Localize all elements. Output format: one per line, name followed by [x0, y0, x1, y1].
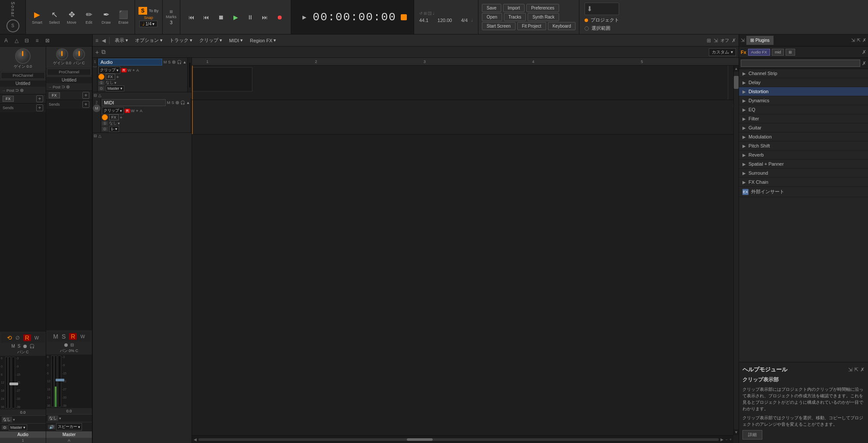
- open-btn[interactable]: Open: [482, 13, 502, 21]
- fx-close-btn[interactable]: ✗: [862, 49, 866, 55]
- w-track-2[interactable]: W: [131, 109, 135, 113]
- inst-dropdown-arrow-2[interactable]: ▾: [118, 121, 120, 126]
- w-btn-2[interactable]: W: [80, 334, 85, 339]
- fx-cat-dynamics[interactable]: ▶ Dynamics: [739, 96, 868, 105]
- scrollbar-thumb-v[interactable]: [734, 76, 739, 89]
- scrollbar-up-btn[interactable]: ▲: [734, 66, 739, 72]
- fx-cat-chain[interactable]: ▶ FX Chain: [739, 178, 868, 187]
- scrollbar-down-btn[interactable]: ▼: [734, 429, 739, 435]
- tracks-btn[interactable]: Tracks: [504, 13, 526, 21]
- a-track-2[interactable]: A: [140, 109, 142, 113]
- draw-tool-btn[interactable]: ✒ Draw: [98, 9, 114, 25]
- plus-track-1[interactable]: +: [116, 74, 119, 79]
- custom-select[interactable]: カスタム ▾: [709, 48, 736, 56]
- add-send-btn-1[interactable]: +: [36, 104, 43, 111]
- mixer-icon-3[interactable]: ⊟: [22, 36, 31, 45]
- move-tool-btn[interactable]: ✥ Move: [64, 9, 79, 25]
- grid-view-btn[interactable]: ⊞: [786, 49, 795, 56]
- gain-knob-2[interactable]: [56, 48, 68, 60]
- r-track-btn-1[interactable]: R: [121, 68, 127, 72]
- help-close-icon[interactable]: ✗: [860, 367, 865, 373]
- st-grid-icon[interactable]: ⊞: [707, 38, 711, 44]
- r-track-btn-2[interactable]: R: [125, 109, 130, 113]
- synth-rack-btn[interactable]: Synth Rack: [528, 13, 559, 21]
- start-screen-btn[interactable]: Start Screen: [482, 22, 516, 30]
- track-s-1[interactable]: S: [168, 60, 171, 64]
- fx-search-input[interactable]: [741, 60, 860, 67]
- s-label-1[interactable]: S: [18, 344, 21, 349]
- prochannel-btn-2[interactable]: ProChannel: [47, 69, 91, 75]
- fx-btn-1[interactable]: FX: [3, 96, 14, 102]
- help-detail-btn[interactable]: 詳細: [742, 430, 762, 440]
- w-track-1[interactable]: W: [128, 68, 132, 72]
- rp-expand-btn[interactable]: ⇲: [851, 38, 855, 43]
- record-btn[interactable]: ⏺: [274, 11, 286, 23]
- options-menu[interactable]: オプション ▾: [133, 36, 164, 44]
- clip-menu[interactable]: クリップ ▾: [198, 36, 224, 44]
- snap-value[interactable]: ♩ 1/4 ▾: [139, 21, 157, 27]
- w-btn-1[interactable]: W: [35, 335, 39, 340]
- mixer-icon-2[interactable]: △: [12, 36, 21, 45]
- region-fx-menu[interactable]: Region FX ▾: [248, 37, 278, 44]
- pause-btn[interactable]: ⏸: [244, 11, 256, 23]
- fader-handle-2[interactable]: [56, 379, 64, 381]
- mixer-icon-4[interactable]: ≡: [33, 36, 41, 45]
- st-close-icon[interactable]: ✗: [732, 38, 736, 44]
- expand-icon-2[interactable]: ⊟: [94, 134, 97, 138]
- fx-track-btn-1[interactable]: FX: [106, 74, 115, 80]
- help-expand-icon[interactable]: ⇲: [848, 367, 852, 373]
- a-track-1[interactable]: A: [136, 68, 139, 72]
- m-label-1[interactable]: M: [11, 344, 15, 349]
- st-hamburger-icon[interactable]: ≡: [95, 38, 98, 44]
- expand-arrow-1[interactable]: △: [98, 93, 101, 97]
- out-dropdown-2[interactable]: 1- ▾: [109, 126, 119, 132]
- prochannel-btn-1[interactable]: ProChannel: [1, 72, 45, 79]
- fx-cat-delay[interactable]: ▶ Delay: [739, 78, 868, 87]
- fx-search-clear-btn[interactable]: ✗: [862, 60, 866, 66]
- fx-cat-channel-strip[interactable]: ▶ Channel Strip: [739, 69, 868, 78]
- track-headphone-2[interactable]: 🎧: [180, 101, 185, 105]
- fx-cat-external[interactable]: EX 外部インサート: [739, 187, 868, 197]
- download-icon[interactable]: ⬇: [587, 5, 617, 13]
- m-btn-2[interactable]: M: [53, 333, 58, 340]
- fx-cat-guitar[interactable]: ▶ Guitar: [739, 123, 868, 132]
- track-menu[interactable]: トラック ▾: [168, 36, 194, 44]
- keyboard-btn[interactable]: Keyboard: [548, 22, 576, 30]
- arr-midi-row[interactable]: 108 84 60: [192, 100, 739, 135]
- on-btn-2[interactable]: [102, 114, 108, 120]
- add-fx-btn-1[interactable]: +: [36, 95, 43, 102]
- scrollbar-track-v[interactable]: [734, 72, 739, 429]
- fx-cat-eq[interactable]: ▶ EQ: [739, 105, 868, 114]
- h-scroll-track[interactable]: [198, 438, 719, 441]
- fit-project-btn[interactable]: Fit Project: [517, 22, 546, 30]
- mixer-icon-5[interactable]: ⊠: [43, 36, 52, 45]
- st-expand-icon[interactable]: ⇲: [714, 38, 718, 44]
- zoom-minus-btn[interactable]: −: [725, 437, 727, 442]
- fx-cat-surround[interactable]: ▶ Surround: [739, 169, 868, 178]
- plugins-tab[interactable]: ⊞ Plugins: [746, 36, 774, 45]
- fx-cat-modulation[interactable]: ▶ Modulation: [739, 132, 868, 141]
- track-name-input-2[interactable]: [102, 99, 166, 106]
- fx-track-btn-2[interactable]: FX: [109, 114, 119, 120]
- fx-cat-distortion[interactable]: ▶ Distortion: [739, 87, 868, 96]
- on-btn-1[interactable]: [98, 74, 104, 80]
- rewind-btn[interactable]: ⏮: [186, 11, 198, 23]
- rp-close-btn[interactable]: ✗: [862, 38, 866, 43]
- fx-btn-2[interactable]: FX: [49, 92, 60, 98]
- clip-dropdown-2[interactable]: クリップ ▾: [102, 107, 124, 114]
- stop-btn[interactable]: ⏹: [215, 11, 227, 23]
- loop-btn-1[interactable]: ⟲: [7, 334, 12, 341]
- arrangement-rest[interactable]: [192, 135, 739, 443]
- zoom-plus-btn[interactable]: +: [730, 437, 732, 442]
- save-btn[interactable]: Save: [482, 4, 501, 12]
- view-menu[interactable]: 表示 ▾: [113, 36, 130, 44]
- audio-fx-btn[interactable]: Audio FX: [748, 49, 770, 56]
- plus-track-2[interactable]: +: [120, 115, 123, 120]
- fx-cat-spatial[interactable]: ▶ Spatial + Panner: [739, 160, 868, 169]
- fx-cat-reverb[interactable]: ▶ Reverb: [739, 151, 868, 160]
- pan-knob-2[interactable]: [73, 48, 85, 60]
- select-tool-btn[interactable]: ↖ Select: [47, 9, 62, 25]
- copy-track-btn[interactable]: ⧉: [101, 48, 106, 56]
- s-btn-2[interactable]: S: [62, 333, 66, 340]
- timecode-play-btn[interactable]: ▶: [298, 11, 310, 23]
